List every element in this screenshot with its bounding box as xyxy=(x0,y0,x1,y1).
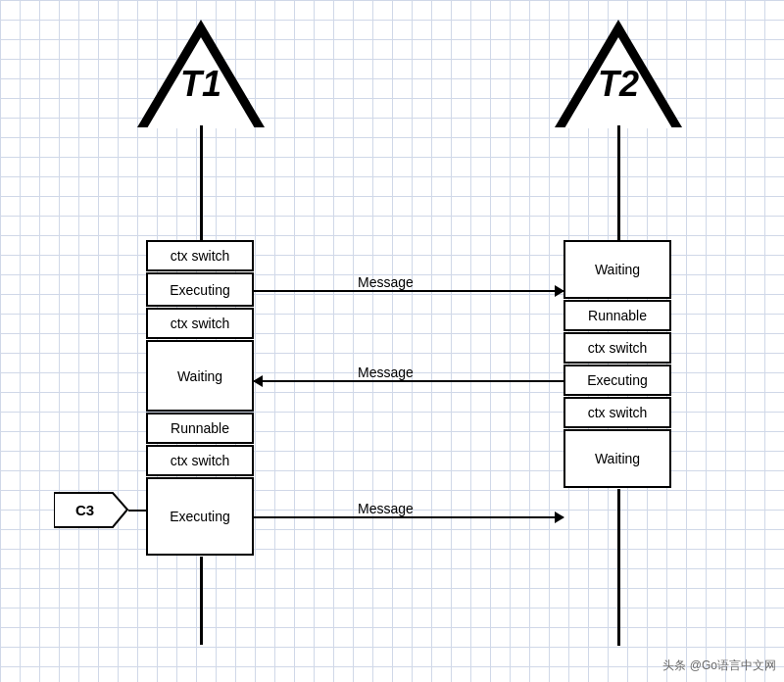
t1-ctx-switch-2: ctx switch xyxy=(146,308,254,339)
watermark: 头条 @Go语言中文网 xyxy=(662,658,776,674)
t2-thread-triangle: T2 xyxy=(555,20,682,127)
t2-ctx-switch-1: ctx switch xyxy=(564,332,671,364)
t2-vline-top xyxy=(617,125,620,240)
t2-ctx-switch-2: ctx switch xyxy=(564,397,671,428)
t2-waiting-1: Waiting xyxy=(564,240,671,299)
svg-text:C3: C3 xyxy=(75,502,94,518)
t1-waiting: Waiting xyxy=(146,340,254,412)
c3-shape: C3 xyxy=(54,488,132,532)
t2-label: T2 xyxy=(598,64,639,105)
t2-executing: Executing xyxy=(564,365,671,396)
t2-triangle-shape: T2 xyxy=(555,20,682,127)
t1-thread-triangle: T1 xyxy=(137,20,265,127)
message-arrow-2 xyxy=(254,380,564,382)
t1-executing-2: Executing xyxy=(146,477,254,556)
t1-runnable: Runnable xyxy=(146,413,254,444)
t1-executing-1: Executing xyxy=(146,272,254,307)
t1-triangle-shape: T1 xyxy=(137,20,265,127)
message-arrow-3 xyxy=(254,516,564,518)
t2-waiting-2: Waiting xyxy=(564,429,671,488)
t2-vline-bottom xyxy=(617,489,620,646)
t1-label: T1 xyxy=(180,64,221,105)
t2-runnable: Runnable xyxy=(564,300,671,331)
message-arrow-1 xyxy=(254,290,564,292)
message-label-3: Message xyxy=(358,501,414,516)
t1-vline-top xyxy=(200,125,203,240)
diagram-container: T1 T2 ctx switch Executing ctx switch Wa… xyxy=(0,0,784,682)
t1-ctx-switch-3: ctx switch xyxy=(146,445,254,476)
t1-ctx-switch-1: ctx switch xyxy=(146,240,254,271)
c3-connector-line xyxy=(128,510,146,512)
message-label-1: Message xyxy=(358,274,414,290)
t1-vline-bottom xyxy=(200,557,203,645)
message-label-2: Message xyxy=(358,365,414,380)
